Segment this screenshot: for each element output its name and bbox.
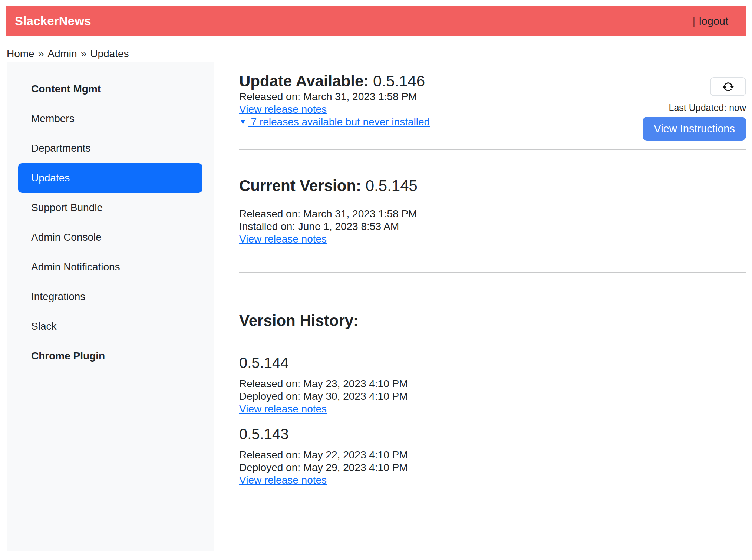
sidebar-item-support-bundle[interactable]: Support Bundle [18,193,202,223]
logout-link[interactable]: logout [699,15,728,27]
page-layout: Content Mgmt Members Departments Updates… [7,62,746,551]
current-released-on: Released on: March 31, 2023 1:58 PM [239,208,746,220]
update-available-section: Last Updated: now View Instructions Upda… [239,72,746,128]
logout-separator: | [692,15,695,27]
version-history-heading: Version History: [239,312,746,330]
version-history-entry: 0.5.144 Released on: May 23, 2023 4:10 P… [239,354,746,415]
releases-toggle-link[interactable]: ▼ 7 releases available but never install… [239,116,430,128]
sidebar-item-admin-notifications[interactable]: Admin Notifications [18,252,202,282]
history-release-notes-link[interactable]: View release notes [239,474,327,486]
section-divider [239,272,746,273]
app-header: SlackerNews | logout [6,6,746,36]
history-released-on: Released on: May 23, 2023 4:10 PM [239,378,746,390]
sidebar-item-chrome-plugin[interactable]: Chrome Plugin [18,341,202,371]
breadcrumb-separator: » [81,48,87,59]
sidebar-item-members[interactable]: Members [18,104,202,134]
history-release-notes-link[interactable]: View release notes [239,403,327,415]
version-history-entry: 0.5.143 Released on: May 22, 2023 4:10 P… [239,425,746,487]
breadcrumb-item-updates: Updates [90,48,129,59]
sidebar-nav: Content Mgmt Members Departments Updates… [7,62,214,383]
current-version-label: Current Version: [239,177,361,194]
refresh-button[interactable] [710,77,746,96]
view-instructions-button[interactable]: View Instructions [643,117,746,141]
sidebar-item-updates[interactable]: Updates [18,163,202,193]
history-released-on: Released on: May 22, 2023 4:10 PM [239,449,746,461]
sidebar-item-admin-console[interactable]: Admin Console [18,223,202,252]
releases-toggle-label: 7 releases available but never installed [251,116,430,128]
last-updated-text: Last Updated: now [669,102,746,113]
breadcrumb: Home»Admin»Updates [7,47,746,60]
current-version-heading: Current Version: 0.5.145 [239,177,746,195]
breadcrumb-item-home[interactable]: Home [7,48,34,59]
history-version-number: 0.5.143 [239,425,746,443]
sidebar-item-departments[interactable]: Departments [18,134,202,163]
update-available-label: Update Available: [239,72,369,90]
sidebar-item-integrations[interactable]: Integrations [18,282,202,312]
caret-down-icon: ▼ [239,118,247,125]
current-installed-on: Installed on: June 1, 2023 8:53 AM [239,220,746,233]
update-available-version: 0.5.146 [373,72,425,90]
current-version-number: 0.5.145 [366,177,418,194]
update-actions: Last Updated: now View Instructions [643,77,746,141]
breadcrumb-separator: » [38,48,44,59]
sidebar-item-slack[interactable]: Slack [18,312,202,341]
page: SlackerNews | logout Home»Admin»Updates … [0,0,752,560]
history-deployed-on: Deployed on: May 29, 2023 4:10 PM [239,461,746,474]
sidebar: Content Mgmt Members Departments Updates… [7,62,214,551]
brand-title: SlackerNews [15,14,91,28]
current-version-section: Current Version: 0.5.145 Released on: Ma… [239,177,746,246]
history-deployed-on: Deployed on: May 30, 2023 4:10 PM [239,390,746,403]
breadcrumb-item-admin[interactable]: Admin [47,48,77,59]
logout-area: | logout [692,15,728,27]
history-version-number: 0.5.144 [239,354,746,372]
main-content: Last Updated: now View Instructions Upda… [214,62,746,551]
sidebar-item-content-mgmt[interactable]: Content Mgmt [18,74,202,104]
version-history-section: Version History: 0.5.144 Released on: Ma… [239,312,746,487]
refresh-icon [723,81,734,92]
current-release-notes-link[interactable]: View release notes [239,233,327,245]
section-divider [239,149,746,150]
update-release-notes-link[interactable]: View release notes [239,103,327,115]
